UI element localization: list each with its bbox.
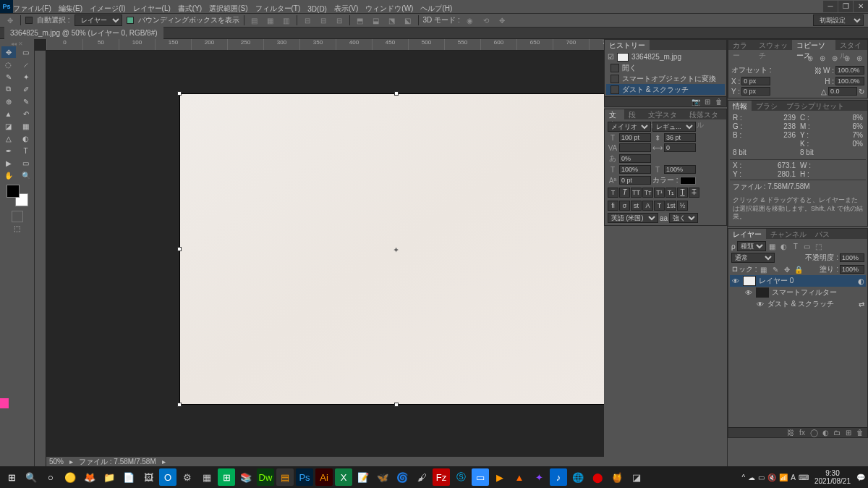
blend-mode[interactable]: 通常 (731, 253, 775, 263)
link-icon[interactable]: ⛓ (814, 67, 822, 75)
history-brush-tool[interactable]: ↶ (19, 108, 33, 119)
arrange-icon[interactable]: ⬒ (354, 14, 366, 26)
clock[interactable]: 9:302021/08/21 (812, 469, 854, 485)
distribute-icon-3[interactable]: ⊟ (333, 14, 345, 26)
lock-all-icon[interactable]: 🔒 (793, 264, 804, 274)
notepad-icon[interactable]: 📄 (120, 468, 137, 486)
filezilla-icon[interactable]: Fz (433, 468, 450, 486)
excel-icon[interactable]: X (335, 468, 352, 486)
brush-preset-tab[interactable]: ブラシプリセット (782, 101, 848, 111)
ot-3[interactable]: st (631, 201, 642, 211)
filter-kind[interactable]: 種類 (737, 241, 766, 251)
app-icon-4[interactable]: 📝 (354, 468, 372, 486)
dodge-tool[interactable]: ◐ (19, 132, 33, 144)
dreamweaver-icon[interactable]: Dw (257, 468, 274, 486)
butterfly-icon[interactable]: 🦋 (374, 468, 391, 486)
smallcaps-button[interactable]: Tт (642, 188, 653, 198)
tray-wifi-icon[interactable]: 📶 (779, 474, 788, 481)
music-icon[interactable]: ♪ (550, 468, 567, 486)
paths-tab[interactable]: パス (811, 229, 834, 239)
kerning-input[interactable] (619, 143, 651, 152)
smart-filter-row[interactable]: 👁スマートフィルター (730, 287, 866, 298)
sublime-icon[interactable]: ▤ (276, 468, 294, 486)
fx-icon[interactable]: fx (798, 429, 807, 437)
menu-layer[interactable]: レイヤー(L) (133, 4, 171, 14)
tray-keyboard-icon[interactable]: ⌨ (799, 474, 809, 481)
transform-handle[interactable] (394, 403, 399, 407)
ot-7[interactable]: ½ (677, 201, 688, 211)
transform-handle[interactable] (177, 403, 182, 407)
tray-chevron-icon[interactable]: ^ (742, 474, 746, 481)
illustrator-icon[interactable]: Ai (315, 468, 333, 486)
para-style-tab[interactable]: 段落スタイル (685, 109, 726, 119)
brush-tool[interactable]: ✎ (19, 96, 33, 107)
skype-icon[interactable]: Ⓢ (452, 468, 469, 486)
transform-handle[interactable] (177, 91, 182, 96)
arrange-icon-2[interactable]: ⬓ (370, 14, 382, 26)
scale-x-input[interactable] (619, 165, 651, 174)
photoshop-icon[interactable]: Ps (296, 468, 313, 486)
app-icon-9[interactable]: ◪ (628, 468, 645, 486)
layer-row[interactable]: 👁レイヤー 0◐ (730, 275, 866, 287)
ot-5[interactable]: T (654, 201, 665, 211)
crop-tool[interactable]: ⧉ (1, 83, 16, 95)
close-button[interactable]: ✕ (854, 1, 868, 12)
distribute-icon-2[interactable]: ⊟ (318, 14, 329, 26)
chrome-icon[interactable]: 🟡 (61, 468, 79, 486)
3d-icon-1[interactable]: ◉ (464, 14, 476, 26)
tray-ime-icon[interactable]: A (791, 474, 796, 481)
angle-input[interactable] (828, 87, 857, 96)
document-tab[interactable]: 3364825_m.jpg @ 50% (レイヤー 0, RGB/8#) (4, 27, 163, 40)
ot-1[interactable]: fi (608, 201, 618, 211)
lock-trans-icon[interactable]: ▦ (759, 264, 769, 274)
gradient-tool[interactable]: ▦ (19, 120, 33, 132)
brush-tab[interactable]: ブラシ (752, 101, 782, 111)
3d-icon-2[interactable]: ⟲ (480, 14, 492, 26)
clone-src-2-icon[interactable]: ⊕ (817, 53, 827, 63)
channels-tab[interactable]: チャンネル (766, 229, 811, 239)
hand-tool[interactable]: ✋ (1, 169, 16, 181)
link-icon[interactable]: ⛓ (786, 429, 795, 437)
history-snapshot[interactable]: ☑3364825_m.jpg (606, 51, 725, 62)
menu-edit[interactable]: 編集(E) (59, 4, 82, 14)
baseline-input[interactable] (619, 176, 651, 185)
app-icon-7[interactable]: ✦ (530, 468, 548, 486)
align-left-icon[interactable]: ▤ (249, 14, 260, 26)
app-icon-5[interactable]: 🌀 (393, 468, 411, 486)
font-select[interactable]: メイリオ (608, 122, 651, 132)
stamp-tool[interactable]: ▲ (1, 108, 16, 119)
history-item[interactable]: 開く (606, 62, 725, 73)
app-icon-8[interactable]: 🍯 (608, 468, 626, 486)
vlc-icon[interactable]: ▲ (511, 468, 528, 486)
underline-button[interactable]: T (677, 188, 688, 198)
shape-tool[interactable]: ▭ (19, 157, 33, 169)
caps-button[interactable]: TT (631, 188, 642, 198)
history-tab[interactable]: ヒストリー (605, 40, 650, 50)
filter-opts-icon[interactable]: ⇄ (859, 300, 864, 308)
menu-type[interactable]: 書式(Y) (178, 4, 202, 14)
pct-input[interactable] (664, 165, 696, 174)
text-color[interactable] (680, 177, 696, 185)
clone-src-3-icon[interactable]: ⊕ (830, 53, 840, 63)
auto-select-checkbox[interactable] (25, 17, 33, 24)
arrange-icon-4[interactable]: ⬕ (402, 14, 414, 26)
menu-image[interactable]: イメージ(I) (90, 4, 125, 14)
filter-row[interactable]: 👁ダスト & スクラッチ⇄ (730, 298, 866, 310)
notifications-icon[interactable]: 💬 (856, 474, 865, 481)
photos-icon[interactable]: 🖼 (140, 468, 157, 486)
filter-smart-icon[interactable]: ⬚ (814, 241, 824, 251)
path-tool[interactable]: ▶ (1, 157, 16, 169)
auto-select-target[interactable]: レイヤー (75, 14, 122, 26)
app-icon-1[interactable]: ▦ (198, 468, 216, 486)
scale-input[interactable] (619, 154, 651, 163)
lock-paint-icon[interactable]: ✎ (770, 264, 780, 274)
quick-select-tool[interactable]: ✎ (1, 71, 16, 83)
settings-icon[interactable]: ⚙ (179, 468, 196, 486)
bold-button[interactable]: T (608, 188, 618, 198)
start-button[interactable]: ⊞ (3, 468, 20, 486)
camera-icon[interactable]: 📷 (692, 98, 700, 106)
leading-input[interactable] (664, 133, 696, 142)
new-icon[interactable]: ⊞ (703, 98, 712, 106)
mask-icon[interactable]: ◯ (809, 429, 818, 437)
super-button[interactable]: T¹ (654, 188, 665, 198)
